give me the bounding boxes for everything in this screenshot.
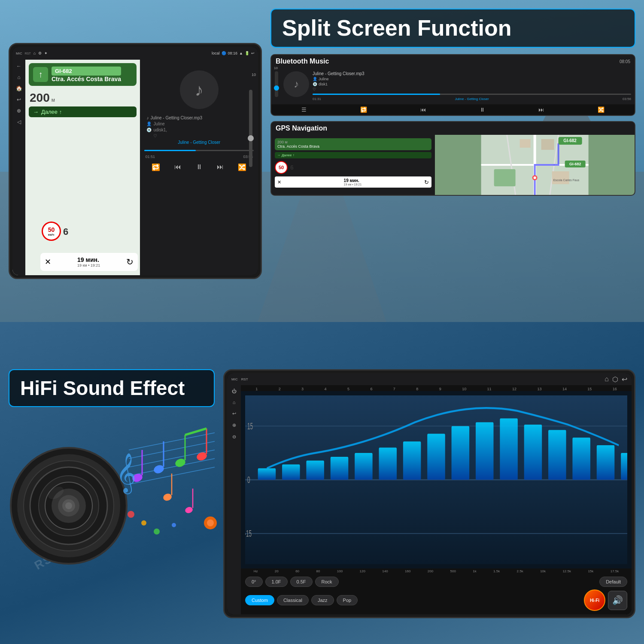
- gps-speed-circle: 50: [275, 161, 288, 174]
- bt-album-row: 💿 disk1: [313, 82, 631, 86]
- bt-next-btn[interactable]: ⏭: [538, 106, 544, 113]
- bt-progress[interactable]: [313, 94, 631, 95]
- eq-btn-05f[interactable]: 0.5F: [290, 577, 313, 587]
- volume-slider[interactable]: [249, 90, 252, 167]
- split-screen-content: ← ⌂ 🏠 ↩ ⊕ ◁ ↑ GI-682: [12, 60, 258, 275]
- bt-shuffle-btn[interactable]: 🔀: [598, 106, 605, 113]
- home-nav-icon[interactable]: ⌂: [17, 74, 20, 80]
- eq-back-icon[interactable]: ⬡: [612, 375, 618, 383]
- play-pause-btn[interactable]: ⏸: [196, 163, 203, 171]
- eq-minus-side-icon[interactable]: ⊖: [232, 434, 236, 440]
- eq-status-bar: MIC RST ⌂ ⬡ ↩: [227, 373, 632, 385]
- music-album-art: ♪: [180, 70, 219, 109]
- gps-reroute-btn[interactable]: ↻: [424, 179, 429, 185]
- nav-map-area: ↑ GI-682 Ctra. Accés Costa Brava 200 м: [25, 60, 140, 275]
- bt-title-label: Juline - Getting Closer: [455, 97, 489, 101]
- svg-rect-72: [427, 434, 445, 480]
- bt-list-icon[interactable]: ☰: [301, 106, 307, 113]
- eq-speaker-btn[interactable]: 🔊: [608, 591, 627, 610]
- bt-person-icon: 👤: [313, 77, 317, 81]
- next-arrow-icon: →: [33, 109, 39, 115]
- undo-nav-icon[interactable]: ↩: [17, 97, 21, 103]
- eq-btn-default[interactable]: Default: [599, 577, 627, 587]
- nav-unit: м: [52, 97, 55, 103]
- eq-power-icon[interactable]: ⏻: [232, 389, 237, 394]
- music-current-time: 01:51: [145, 155, 155, 159]
- star-icon[interactable]: ✦: [44, 51, 48, 55]
- music-progress-bar[interactable]: [144, 150, 254, 151]
- nav-sidebar: ← ⌂ 🏠 ↩ ⊕ ◁: [12, 60, 25, 275]
- eq-mic-label: MIC: [231, 377, 238, 381]
- volume-thumb[interactable]: [248, 135, 254, 141]
- split-screen-title: Split Screen Function: [282, 16, 624, 40]
- eq-btn-0deg[interactable]: 0°: [245, 577, 263, 587]
- prev-btn[interactable]: ⏮: [174, 163, 181, 171]
- back-nav-icon[interactable]: ←: [16, 63, 21, 69]
- svg-point-49: [184, 506, 194, 514]
- bt-artist: Juline: [319, 77, 329, 81]
- eq-back-side-icon[interactable]: ↩: [232, 411, 236, 416]
- eq-home-icon[interactable]: ⌂: [605, 375, 609, 383]
- bt-times: 01:31 Juline - Getting Closer 03:56: [313, 97, 631, 101]
- eq-btn-rock[interactable]: Rock: [315, 577, 339, 587]
- hifi-title: HiFi Sound Effect: [20, 377, 203, 400]
- eq-speaker-icon: 🔊: [612, 595, 623, 605]
- bt-artist-row: 👤 Juline: [313, 77, 631, 81]
- nav-direction-box: ↑ GI-682 Ctra. Accés Costa Brava: [29, 63, 137, 86]
- hifi-label: Hi-Fi: [590, 598, 599, 603]
- vol-down-icon[interactable]: ◁: [17, 119, 21, 125]
- music-title-label: Juline - Getting Closer: [178, 140, 220, 145]
- svg-rect-14: [552, 171, 569, 184]
- home-icon[interactable]: ⌂: [33, 51, 36, 55]
- gps-current-speed: 6: [290, 164, 294, 171]
- speed-limit-value: 50: [48, 226, 55, 233]
- next-btn[interactable]: ⏭: [217, 163, 224, 171]
- eq-main-area: ⏻ ⌂ ↩ ⊕ ⊖ 123 456 789 101112 131415 16: [227, 385, 632, 614]
- eq-plus-side-icon[interactable]: ⊕: [232, 422, 236, 428]
- shuffle-btn[interactable]: 🔀: [238, 163, 246, 171]
- repeat-btn[interactable]: 🔁: [152, 163, 160, 171]
- svg-point-53: [207, 519, 214, 526]
- back-icon[interactable]: ↩: [251, 51, 255, 55]
- eq-btn-pop[interactable]: Pop: [337, 595, 358, 605]
- eq-btn-classical[interactable]: Classical: [277, 595, 309, 605]
- bt-vol-slider[interactable]: 10: [275, 71, 278, 97]
- svg-rect-11: [494, 169, 515, 186]
- eq-btn-jazz[interactable]: Jazz: [311, 595, 334, 605]
- svg-rect-13: [541, 139, 554, 150]
- gps-header: GPS Navigation: [271, 122, 635, 135]
- bottom-section: HiFi Sound Effect: [9, 369, 635, 635]
- eq-home-side-icon[interactable]: ⌂: [233, 400, 236, 405]
- hifi-left-panel: HiFi Sound Effect: [9, 369, 215, 596]
- top-section: MIC RST ⌂ ⚙ ✦ local 🔵 08:16 ▲ 🔋 ↩: [9, 9, 635, 253]
- svg-rect-74: [476, 422, 494, 480]
- settings-icon[interactable]: ⚙: [38, 51, 42, 55]
- cancel-nav-btn[interactable]: ✕: [45, 257, 51, 267]
- bt-prev-btn[interactable]: ⏮: [420, 106, 426, 113]
- bt-heart: ♡: [313, 87, 631, 91]
- house-nav-icon[interactable]: 🏠: [16, 85, 22, 91]
- eq-btn-custom[interactable]: Custom: [245, 595, 274, 605]
- split-screen-title-box: Split Screen Function: [270, 9, 635, 48]
- music-artist-row: 👤 Juline: [146, 122, 252, 126]
- svg-point-56: [154, 529, 160, 535]
- eq-btn-1f[interactable]: 1.0F: [265, 577, 288, 587]
- eq-num-labels: 123 456 789 101112 131415 16: [241, 385, 632, 391]
- speed-unit: км/ч: [48, 233, 55, 236]
- eq-undo-icon[interactable]: ↩: [622, 375, 627, 383]
- svg-rect-67: [306, 461, 324, 480]
- gps-cancel-btn[interactable]: ✕: [277, 179, 281, 185]
- bt-play-btn[interactable]: ⏸: [480, 106, 485, 113]
- eq-freq-labels: Hz 20 60 80 100 120 140 160 200 500 1k 1…: [241, 568, 632, 574]
- eq-rst-label: RST: [241, 377, 248, 381]
- svg-rect-71: [403, 441, 421, 480]
- navigation-panel: ← ⌂ 🏠 ↩ ⊕ ◁ ↑ GI-682: [12, 60, 140, 275]
- plus-nav-icon[interactable]: ⊕: [17, 108, 21, 114]
- music-track-name: Juline - Getting Closer.mp3: [150, 115, 202, 120]
- bt-vol-thumb[interactable]: [274, 85, 279, 91]
- bt-repeat-btn[interactable]: 🔁: [360, 106, 367, 113]
- music-heart-row: ♡: [146, 134, 252, 138]
- reroute-btn[interactable]: ↻: [126, 257, 134, 267]
- nav-next-turn: → Далее ↑: [29, 106, 137, 117]
- status-right: local 🔵 08:16 ▲ 🔋 ↩: [212, 51, 255, 55]
